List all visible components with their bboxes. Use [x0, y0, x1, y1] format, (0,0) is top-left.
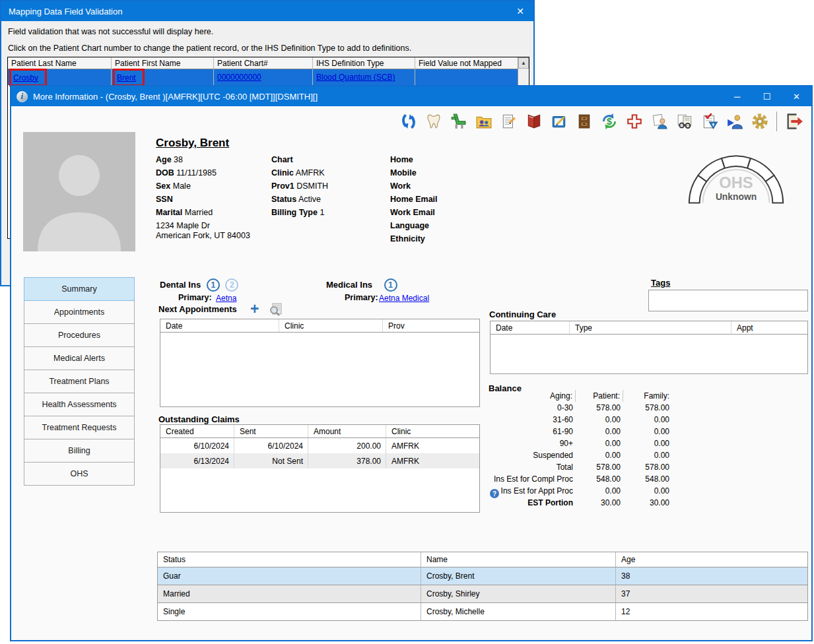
field-value: DSMITH	[296, 181, 328, 191]
dental-plan-2-badge[interactable]: 2	[225, 278, 238, 292]
refresh-icon[interactable]	[399, 112, 418, 131]
balance-col-header: Family:	[623, 390, 672, 402]
patient-photo[interactable]	[23, 132, 135, 251]
settings-gear-icon[interactable]	[750, 112, 769, 131]
family-member-row[interactable]: Married Crosby, Shirley 37	[158, 585, 807, 602]
tags-input[interactable]	[648, 290, 808, 311]
dental-primary-carrier-link[interactable]: Aetna	[216, 294, 236, 303]
family-member-row[interactable]: Guar Crosby, Brent 38	[158, 567, 807, 585]
column-header[interactable]: Patient Chart#	[214, 57, 313, 69]
column-header[interactable]: Amount	[308, 425, 386, 437]
column-header[interactable]: Date	[160, 319, 279, 332]
ihs-definition-type-link[interactable]: Blood Quantum (SCB)	[316, 73, 395, 82]
validation-table-header: Patient Last Name Patient First Name Pat…	[8, 57, 529, 69]
column-header[interactable]: Clinic	[386, 425, 479, 437]
medical-alerts-icon[interactable]	[625, 112, 644, 131]
red-ledger-icon[interactable]	[524, 112, 543, 131]
referrals-icon[interactable]	[725, 112, 744, 131]
balance-grid: Aging: Patient: Family: 0-30 578.00 578.…	[485, 390, 672, 509]
prescriptions-icon[interactable]	[675, 112, 694, 131]
balance-patient-value: 30.00	[576, 497, 623, 509]
field-label: Home	[390, 155, 413, 164]
progress-notes-icon[interactable]	[499, 112, 518, 131]
column-header[interactable]: Status	[158, 552, 421, 567]
sidebar-item-treatment-plans[interactable]: Treatment Plans	[24, 370, 135, 393]
outstanding-claims-label: Outstanding Claims	[158, 414, 240, 424]
column-header[interactable]: Sent	[234, 425, 308, 437]
family-table: Status Name Age Guar Crosby, Brent 38 Ma…	[157, 552, 808, 621]
balance-row-label: 0-30	[485, 402, 576, 414]
patient-chair-icon[interactable]	[449, 112, 468, 131]
more-information-window: i More Information - (Crosby, Brent )[AM…	[10, 85, 813, 641]
medical-primary-label: Primary:	[345, 293, 378, 302]
field-label: Marital	[156, 208, 182, 217]
column-header[interactable]: Name	[421, 552, 616, 567]
claim-row[interactable]: 6/13/2024 Not Sent 378.00 AMFRK	[160, 453, 479, 468]
claim-row[interactable]: 6/10/2024 6/10/2024 200.00 AMFRK	[160, 438, 479, 453]
column-header[interactable]: Field Value not Mapped	[415, 57, 529, 69]
balance-patient-value: 0.00	[576, 449, 623, 461]
health-history-icon[interactable]	[700, 112, 719, 131]
document-archive-icon[interactable]	[574, 112, 594, 131]
column-header[interactable]: Prov	[383, 319, 479, 332]
dental-plan-1-badge[interactable]: 1	[207, 278, 220, 292]
dental-ins-label: Dental Ins 1 2	[160, 278, 238, 292]
sidebar-item-ohs[interactable]: OHS	[24, 462, 135, 486]
sidebar-item-treatment-requests[interactable]: Treatment Requests	[24, 416, 135, 439]
treatment-planner-icon[interactable]	[549, 112, 568, 131]
logout-icon[interactable]	[784, 112, 803, 131]
field-label: SSN	[156, 195, 173, 204]
patient-last-name-link[interactable]: Crosby	[13, 73, 38, 82]
validation-window-title: Mapping Data Field Validation	[9, 7, 122, 16]
close-icon[interactable]: ✕	[507, 6, 533, 16]
column-header[interactable]: Created	[160, 425, 234, 437]
field-label: Prov1	[271, 181, 294, 191]
close-button[interactable]: ✕	[782, 86, 811, 106]
balance-row-label: Ins Est for Compl Proc	[485, 473, 576, 485]
medical-plan-1-badge[interactable]: 1	[384, 278, 397, 292]
tags-label: Tags	[651, 278, 670, 288]
minimize-button[interactable]: ─	[722, 86, 752, 106]
column-header[interactable]: IHS Definition Type	[313, 57, 415, 69]
balance-col-header: Aging:	[485, 390, 576, 402]
sidebar-item-medical-alerts[interactable]: Medical Alerts	[24, 346, 135, 370]
medical-primary-carrier-link[interactable]: Aetna Medical	[379, 294, 429, 303]
field-label: Mobile	[390, 168, 417, 177]
balance-patient-value: 0.00	[576, 426, 623, 437]
patient-chart-link[interactable]: 0000000000	[217, 73, 261, 82]
patient-first-name-link[interactable]: Brent	[117, 73, 136, 82]
balance-row-label: Suspended	[485, 449, 576, 461]
add-appointment-icon[interactable]: +	[250, 302, 259, 315]
column-header[interactable]: Patient First Name	[112, 57, 214, 69]
family-file-icon[interactable]	[474, 112, 493, 131]
maximize-button[interactable]: ☐	[752, 86, 782, 106]
column-header[interactable]: Age	[616, 552, 807, 567]
field-label: DOB	[156, 168, 174, 177]
column-header[interactable]: Appt	[731, 321, 807, 334]
field-label: Work	[390, 181, 411, 191]
column-header[interactable]: Clinic	[279, 319, 383, 332]
continuing-care-table: Date Type Appt	[490, 321, 808, 374]
scroll-up-icon[interactable]: ▲	[518, 57, 529, 69]
patient-picture-icon[interactable]	[650, 112, 669, 131]
tooth-icon[interactable]	[424, 112, 443, 131]
medical-ins-label: Medical Ins 1	[326, 278, 397, 292]
sidebar-item-health-assessments[interactable]: Health Assessments	[24, 393, 135, 416]
dental-primary-label: Primary:	[178, 293, 212, 302]
sidebar-item-billing[interactable]: Billing	[24, 439, 135, 463]
balance-family-value: 0.00	[623, 414, 672, 426]
field-value: Active	[298, 195, 321, 204]
help-icon[interactable]: ?	[490, 489, 499, 498]
column-header[interactable]: Date	[491, 321, 570, 334]
continuing-care-label: Continuing Care	[489, 309, 556, 319]
balance-family-value: 0.00	[623, 426, 672, 437]
sidebar-item-procedures[interactable]: Procedures	[24, 323, 135, 347]
appointment-search-icon[interactable]	[269, 303, 283, 319]
validation-table-row[interactable]: Crosby Brent 0000000000 Blood Quantum (S…	[8, 69, 529, 85]
column-header[interactable]: Patient Last Name	[8, 57, 112, 69]
column-header[interactable]: Type	[570, 321, 731, 334]
sidebar-item-appointments[interactable]: Appointments	[24, 300, 135, 324]
payments-icon[interactable]: $	[599, 112, 619, 131]
sidebar-item-summary[interactable]: Summary	[24, 277, 135, 301]
family-member-row[interactable]: Single Crosby, Michelle 12	[158, 602, 807, 620]
